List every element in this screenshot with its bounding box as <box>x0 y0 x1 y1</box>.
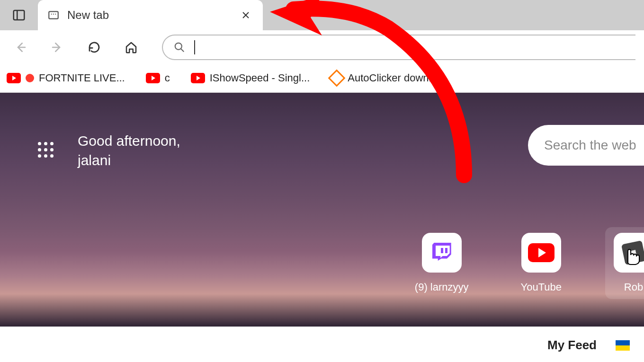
youtube-icon <box>191 73 205 83</box>
new-tab-icon <box>47 9 60 21</box>
quick-link-label: YouTube <box>521 281 562 293</box>
toolbar <box>0 30 644 64</box>
bookmark-item[interactable]: IShowSpeed - Singl... <box>186 69 315 87</box>
forward-arrow-icon <box>50 40 64 54</box>
search-web-placeholder: Search the web <box>544 138 636 153</box>
bookmark-label: IShowSpeed - Singl... <box>210 72 310 84</box>
roblox-icon <box>621 240 644 265</box>
address-bar[interactable] <box>162 35 635 60</box>
home-icon <box>124 40 138 54</box>
back-button[interactable] <box>9 35 32 59</box>
quick-links: (9) larnzyyy YouTube Rob <box>415 233 644 293</box>
autoclicker-icon <box>328 70 346 87</box>
live-indicator-icon <box>26 74 34 82</box>
forward-button[interactable] <box>45 35 69 59</box>
svg-rect-2 <box>49 11 58 18</box>
bookmark-item[interactable]: FORTNITE LIVE... <box>2 69 130 87</box>
bookmarks-bar: FORTNITE LIVE... c IShowSpeed - Singl...… <box>0 64 644 93</box>
ukraine-flag-icon[interactable] <box>616 340 630 351</box>
tab-strip: New tab <box>0 0 644 30</box>
tab-close-button[interactable] <box>238 8 253 23</box>
quick-link-label: Rob <box>614 281 644 293</box>
app-launcher-button[interactable] <box>36 140 55 159</box>
svg-rect-0 <box>14 10 25 20</box>
bookmark-label: c <box>165 72 170 84</box>
greeting-line1: Good afternoon, <box>78 132 180 151</box>
tab-actions-button[interactable] <box>0 0 38 30</box>
browser-tab[interactable]: New tab <box>38 0 263 30</box>
quick-link-youtube[interactable]: YouTube <box>521 233 562 293</box>
search-icon <box>173 41 186 53</box>
back-arrow-icon <box>13 40 27 54</box>
my-feed-tab[interactable]: My Feed <box>547 338 597 353</box>
refresh-button[interactable] <box>82 35 106 59</box>
svg-point-5 <box>55 14 56 15</box>
home-button[interactable] <box>119 35 143 59</box>
text-cursor <box>194 40 195 54</box>
refresh-icon <box>87 40 101 54</box>
quick-link-twitch[interactable]: (9) larnzyyy <box>415 233 469 293</box>
quick-link-roblox[interactable]: Rob <box>614 233 644 293</box>
svg-point-4 <box>53 14 54 15</box>
greeting-line2: jalani <box>78 151 180 170</box>
address-input[interactable] <box>204 41 625 53</box>
youtube-icon <box>146 73 160 83</box>
close-icon <box>242 11 250 19</box>
twitch-icon <box>431 242 453 264</box>
svg-line-11 <box>181 49 183 51</box>
tab-actions-icon <box>12 8 26 22</box>
new-tab-content: Good afternoon, jalani Search the web (9… <box>0 93 644 327</box>
bookmark-label: FORTNITE LIVE... <box>39 72 125 84</box>
bookmark-label: AutoClicker downlo... <box>348 72 446 84</box>
quick-link-label: (9) larnzyyy <box>415 281 469 293</box>
svg-point-3 <box>51 14 52 15</box>
search-the-web-box[interactable]: Search the web <box>528 125 644 166</box>
greeting-text: Good afternoon, jalani <box>78 132 180 170</box>
feed-bar: My Feed <box>0 327 644 362</box>
bookmark-item[interactable]: AutoClicker downlo... <box>326 69 450 87</box>
tab-title: New tab <box>67 9 231 22</box>
bookmark-item[interactable]: c <box>141 69 175 87</box>
youtube-icon <box>528 243 555 262</box>
youtube-icon <box>7 73 21 83</box>
